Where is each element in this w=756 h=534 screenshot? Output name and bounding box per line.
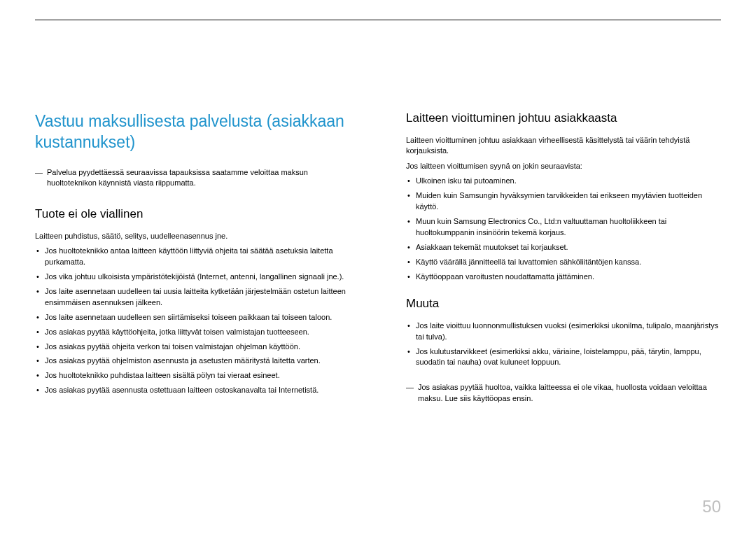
list-item: Ulkoinen isku tai putoaminen. xyxy=(406,176,721,187)
section2-list: Ulkoinen isku tai putoaminen. Muiden kui… xyxy=(406,176,721,283)
dash-note-2-text: Jos asiakas pyytää huoltoa, vaikka laitt… xyxy=(418,382,721,404)
main-heading: Vastuu maksullisesta palvelusta (asiakka… xyxy=(35,111,350,153)
section3-list: Jos laite vioittuu luonnonmullistuksen v… xyxy=(406,321,721,369)
list-item: Jos huoltoteknikko puhdistaa laitteen si… xyxy=(35,370,350,381)
list-item: Käyttö väärällä jännitteellä tai luvatto… xyxy=(406,257,721,268)
section-heading-not-defective: Tuote ei ole viallinen xyxy=(35,207,350,221)
list-item: Asiakkaan tekemät muutokset tai korjauks… xyxy=(406,242,721,253)
top-divider xyxy=(35,20,721,20)
section-heading-other: Muuta xyxy=(406,297,721,311)
list-item: Jos laite asennetaan uudelleen sen siirt… xyxy=(35,312,350,323)
section2-intro1: Laitteen vioittuminen johtuu asiakkaan v… xyxy=(406,135,721,157)
list-item: Muun kuin Samsung Electronics Co., Ltd:n… xyxy=(406,216,721,239)
left-column: Vastuu maksullisesta palvelusta (asiakka… xyxy=(35,111,350,422)
list-item: Käyttöoppaan varoitusten noudattamatta j… xyxy=(406,272,721,283)
dash-note-2: Jos asiakas pyytää huoltoa, vaikka laitt… xyxy=(406,382,721,404)
list-item: Jos asiakas pyytää ohjeita verkon tai to… xyxy=(35,342,350,353)
list-item: Jos laite asennetaan uudelleen tai uusia… xyxy=(35,286,350,309)
section1-intro: Laitteen puhdistus, säätö, selitys, uude… xyxy=(35,231,350,241)
section1-list: Jos huoltoteknikko antaa laitteen käyttö… xyxy=(35,246,350,396)
right-column: Laitteen vioittuminen johtuu asiakkaasta… xyxy=(406,111,721,422)
content-columns: Vastuu maksullisesta palvelusta (asiakka… xyxy=(35,111,721,422)
list-item: Jos asiakas pyytää ohjelmiston asennusta… xyxy=(35,356,350,367)
list-item: Jos laite vioittuu luonnonmullistuksen v… xyxy=(406,321,721,343)
list-item: Jos asiakas pyytää käyttöohjeita, jotka … xyxy=(35,327,350,338)
list-item: Jos asiakas pyytää asennusta ostettuaan … xyxy=(35,385,350,396)
list-item: Jos kulutustarvikkeet (esimerkiksi akku,… xyxy=(406,346,721,369)
list-item: Jos huoltoteknikko antaa laitteen käyttö… xyxy=(35,246,350,268)
page-number: 50 xyxy=(702,497,721,517)
section2-intro2: Jos laitteen vioittumisen syynä on jokin… xyxy=(406,161,721,171)
list-item: Muiden kuin Samsungin hyväksymien tarvik… xyxy=(406,190,721,213)
section-heading-customer-damage: Laitteen vioittuminen johtuu asiakkaasta xyxy=(406,111,721,125)
dash-note-1-text: Palvelua pyydettäessä seuraavissa tapauk… xyxy=(47,167,350,189)
list-item: Jos vika johtuu ulkoisista ympäristöteki… xyxy=(35,272,350,283)
dash-note-1: Palvelua pyydettäessä seuraavissa tapauk… xyxy=(35,167,350,189)
